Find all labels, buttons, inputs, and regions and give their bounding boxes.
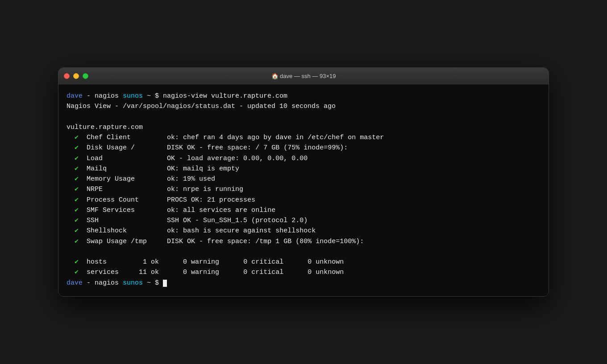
- check-icon-6: ✔: [75, 196, 79, 204]
- summary-type-1: services: [87, 269, 135, 276]
- prompt-line-2: dave - nagios sunos ~ $: [67, 278, 540, 288]
- service-status-0: ok: chef ran 4 days ago by dave in /etc/…: [167, 134, 384, 141]
- service-status-6: PROCS OK: 21 processes: [167, 196, 255, 204]
- summary-critical-0: 0 critical: [235, 258, 299, 266]
- service-row-9: ✔ Shellshock ok: bash is secure against …: [67, 226, 540, 236]
- traffic-lights: [64, 73, 88, 79]
- summary-row-1: ✔ services 11 ok 0 warning 0 critical 0 …: [67, 267, 540, 277]
- service-name-2: Load: [87, 155, 167, 162]
- service-status-3: OK: mailq is empty: [167, 165, 239, 173]
- check-icon-7: ✔: [75, 207, 79, 214]
- summary-warning-1: 0 warning: [175, 269, 235, 276]
- minimize-button[interactable]: [73, 73, 79, 79]
- summary-check-0: ✔: [75, 258, 79, 266]
- check-icon-10: ✔: [75, 238, 79, 245]
- summary-row-0: ✔ hosts 1 ok 0 warning 0 critical 0 unkn…: [67, 257, 540, 267]
- service-row-7: ✔ SMF Services ok: all services are onli…: [67, 205, 540, 215]
- close-button[interactable]: [64, 73, 70, 79]
- summary-warning-0: 0 warning: [175, 258, 235, 266]
- check-icon-1: ✔: [75, 144, 79, 152]
- prompt-line-1: dave - nagios sunos ~ $ nagios-view vult…: [67, 91, 540, 101]
- service-name-1: Disk Usage /: [87, 144, 167, 152]
- service-row-6: ✔ Process Count PROCS OK: 21 processes: [67, 195, 540, 205]
- service-status-4: ok: 19% used: [167, 175, 215, 183]
- summary-ok-1: 11 ok: [135, 269, 175, 276]
- service-row-8: ✔ SSH SSH OK - Sun_SSH_1.5 (protocol 2.0…: [67, 215, 540, 226]
- service-status-1: DISK OK - free space: / 7 GB (75% inode=…: [167, 144, 348, 152]
- check-icon-9: ✔: [75, 227, 79, 235]
- service-name-10: Swap Usage /tmp: [87, 238, 167, 245]
- summary-unknown-1: 0 unknown: [299, 269, 344, 276]
- hostname-line: vulture.rapture.com: [67, 122, 540, 132]
- window-title: 🏠 dave — ssh — 93×19: [271, 73, 336, 79]
- service-name-7: SMF Services: [87, 207, 167, 214]
- service-name-6: Process Count: [87, 196, 167, 204]
- service-name-8: SSH: [87, 217, 167, 224]
- service-name-5: NRPE: [87, 186, 167, 193]
- service-name-3: Mailq: [87, 165, 167, 173]
- prompt2-user: dave: [67, 279, 83, 287]
- service-name-9: Shellshock: [87, 227, 167, 235]
- service-row-3: ✔ Mailq OK: mailq is empty: [67, 164, 540, 174]
- check-icon-0: ✔: [75, 134, 79, 141]
- service-status-8: SSH OK - Sun_SSH_1.5 (protocol 2.0): [167, 217, 308, 224]
- summary-unknown-0: 0 unknown: [299, 258, 344, 266]
- service-name-0: Chef Client: [87, 134, 167, 141]
- terminal-content[interactable]: dave - nagios sunos ~ $ nagios-view vult…: [58, 85, 549, 296]
- service-status-7: ok: all services are online: [167, 207, 275, 214]
- summary-critical-1: 0 critical: [235, 269, 299, 276]
- service-row-10: ✔ Swap Usage /tmp DISK OK - free space: …: [67, 236, 540, 247]
- prompt-user: dave: [67, 92, 83, 100]
- service-row-4: ✔ Memory Usage ok: 19% used: [67, 174, 540, 184]
- summary-check-1: ✔: [75, 269, 79, 276]
- check-icon-2: ✔: [75, 155, 79, 162]
- blank-line-2: [67, 247, 540, 257]
- service-row-5: ✔ NRPE ok: nrpe is running: [67, 184, 540, 194]
- service-name-4: Memory Usage: [87, 175, 167, 183]
- service-status-9: ok: bash is secure against shellshock: [167, 227, 316, 235]
- check-icon-3: ✔: [75, 165, 79, 173]
- check-icon-4: ✔: [75, 175, 79, 183]
- service-row-1: ✔ Disk Usage / DISK OK - free space: / 7…: [67, 143, 540, 153]
- service-status-5: ok: nrpe is running: [167, 186, 243, 193]
- service-status-2: OK - load average: 0.00, 0.00, 0.00: [167, 155, 308, 162]
- command1: nagios-view vulture.rapture.com: [163, 92, 287, 100]
- terminal-window: 🏠 dave — ssh — 93×19 dave - nagios sunos…: [58, 67, 549, 297]
- service-status-10: DISK OK - free space: /tmp 1 GB (80% ino…: [167, 238, 364, 245]
- check-icon-5: ✔: [75, 186, 79, 193]
- check-icon-8: ✔: [75, 217, 79, 224]
- maximize-button[interactable]: [83, 73, 88, 79]
- nagios-header: Nagios View - /var/spool/nagios/status.d…: [67, 101, 540, 112]
- service-row-0: ✔ Chef Client ok: chef ran 4 days ago by…: [67, 132, 540, 143]
- summary-ok-0: 1 ok: [135, 258, 175, 266]
- summary-type-0: hosts: [87, 258, 135, 266]
- titlebar: 🏠 dave — ssh — 93×19: [58, 68, 549, 85]
- service-row-2: ✔ Load OK - load average: 0.00, 0.00, 0.…: [67, 153, 540, 164]
- blank-line-1: [67, 112, 540, 122]
- cursor: [163, 280, 167, 287]
